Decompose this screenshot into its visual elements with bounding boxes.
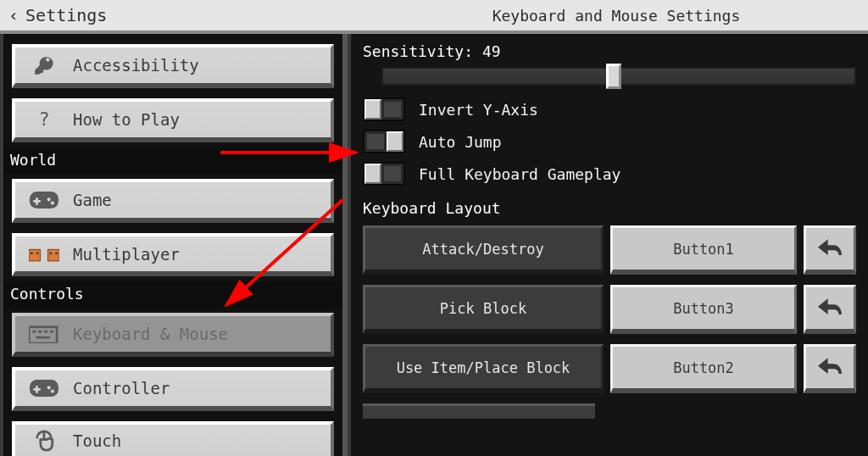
gamepad-icon [29,376,59,400]
question-icon: ? [29,108,59,131]
undo-icon [818,298,842,319]
sidebar-item-label: Accessibility [73,56,199,75]
multiplayer-icon [29,242,59,266]
toggle-full-keyboard-gameplay[interactable] [363,162,405,186]
binding-key-button[interactable]: Button2 [610,344,797,393]
binding-row-partial [363,403,856,419]
toggle-label: Invert Y-Axis [419,101,538,119]
chevron-left-icon: ‹ [8,5,19,25]
svg-rect-0 [29,249,41,261]
sensitivity-slider[interactable] [381,67,856,86]
binding-reset-button[interactable] [804,225,856,275]
sidebar-item-accessibility[interactable]: Accessibility [12,44,334,88]
sidebar-item-label: Multiplayer [73,245,180,264]
svg-rect-6 [29,327,57,343]
svg-rect-10 [50,331,53,333]
main-layout: Accessibility ? How to Play World Game [0,34,868,456]
binding-key-button[interactable]: Button3 [610,285,797,334]
slider-thumb[interactable] [606,64,621,89]
sidebar-item-label: Keyboard & Mouse [73,325,228,343]
binding-row: Pick Block Button3 [363,285,856,334]
keyboard-layout-header: Keyboard Layout [363,199,856,217]
sidebar-section-controls: Controls [3,281,342,308]
settings-sidebar: Accessibility ? How to Play World Game [0,34,348,456]
svg-rect-11 [36,336,50,339]
svg-rect-3 [36,252,38,253]
binding-key-button[interactable]: Button1 [610,225,797,275]
svg-rect-8 [38,331,42,333]
sidebar-item-multiplayer[interactable]: Multiplayer [12,233,334,277]
back-button[interactable]: ‹ Settings [0,5,107,25]
sidebar-item-label: How to Play [73,110,180,129]
sidebar-section-world: World [3,147,342,174]
keyboard-icon [29,322,59,346]
svg-rect-4 [50,252,52,253]
binding-reset-button[interactable] [804,344,856,393]
binding-row: Attack/Destroy Button1 [363,225,856,275]
back-label: Settings [25,5,107,25]
binding-action: Attack/Destroy [363,225,604,275]
toggle-label: Full Keyboard Gameplay [419,165,620,183]
sidebar-item-how-to-play[interactable]: ? How to Play [12,98,334,142]
svg-rect-1 [48,249,60,261]
binding-action: Pick Block [363,285,604,334]
gamepad-icon [29,188,59,212]
key-icon [29,53,59,77]
settings-panel: Sensitivity: 49 Invert Y-Axis Auto Jump … [348,34,868,456]
toggle-invert-y-axis[interactable] [363,97,405,121]
touch-icon [29,429,59,453]
binding-action [363,403,595,419]
undo-icon [818,358,842,378]
sidebar-item-game[interactable]: Game [12,179,334,223]
undo-icon [818,239,842,259]
sidebar-item-label: Game [73,191,112,209]
sidebar-item-keyboard-mouse[interactable]: Keyboard & Mouse [12,313,334,357]
sidebar-item-label: Controller [73,379,170,398]
svg-rect-2 [31,252,32,253]
binding-reset-button[interactable] [804,285,856,334]
svg-rect-7 [32,331,36,333]
toggle-row-full-keyboard: Full Keyboard Gameplay [363,162,856,186]
toggle-row-auto-jump: Auto Jump [363,130,856,153]
svg-rect-9 [44,331,47,333]
sidebar-item-controller[interactable]: Controller [12,367,334,411]
sidebar-item-label: Touch [73,431,121,450]
toggle-row-invert-y: Invert Y-Axis [363,97,856,121]
titlebar: ‹ Settings Keyboard and Mouse Settings [0,0,868,34]
binding-action: Use Item/Place Block [363,344,604,393]
toggle-label: Auto Jump [419,133,502,151]
toggle-auto-jump[interactable] [363,130,405,153]
page-title: Keyboard and Mouse Settings [364,7,868,25]
sensitivity-label: Sensitivity: 49 [363,42,856,60]
binding-row: Use Item/Place Block Button2 [363,344,856,393]
sidebar-item-touch[interactable]: Touch [12,421,334,456]
svg-rect-5 [56,252,58,253]
